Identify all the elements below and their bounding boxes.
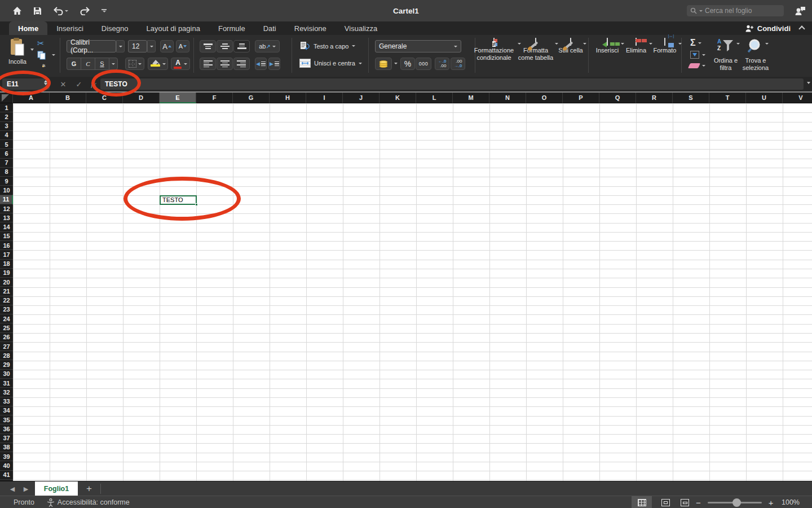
delete-cells-button[interactable]: ✕ Elimina <box>623 38 649 54</box>
formula-input[interactable]: TESTO <box>100 78 804 90</box>
row-header-2[interactable]: 2 <box>0 112 13 121</box>
row-header-21[interactable]: 21 <box>0 287 13 296</box>
accessibility-status[interactable]: Accessibilità: conforme <box>47 498 130 507</box>
align-top-icon[interactable] <box>200 40 216 52</box>
fill-color-caret-icon[interactable] <box>162 63 166 65</box>
people-icon[interactable] <box>793 5 807 17</box>
row-header-1[interactable]: 1 <box>0 103 13 112</box>
row-header-27[interactable]: 27 <box>0 342 13 351</box>
tab-visualizza[interactable]: Visualizza <box>336 21 386 35</box>
column-header-P[interactable]: P <box>563 93 599 103</box>
thousands-separator-button[interactable]: 000 <box>416 58 431 70</box>
format-as-table-button[interactable]: Formatta come tabella <box>515 38 556 61</box>
fill-handle[interactable] <box>195 203 198 206</box>
row-header-9[interactable]: 9 <box>0 177 13 186</box>
insert-cells-button[interactable]: Inserisci <box>594 38 621 54</box>
column-header-F[interactable]: F <box>196 93 233 103</box>
column-header-Q[interactable]: Q <box>599 93 636 103</box>
autosum-button[interactable]: Σ <box>690 38 701 48</box>
row-header-13[interactable]: 13 <box>0 213 13 222</box>
collapse-ribbon-icon[interactable] <box>798 25 805 31</box>
row-header-15[interactable]: 15 <box>0 232 13 241</box>
cut-icon[interactable]: ✂ <box>37 38 45 49</box>
zoom-out-button[interactable]: − <box>696 498 701 507</box>
increase-decimal-button[interactable]: ←.0.00 <box>435 58 449 70</box>
increase-font-icon[interactable]: A <box>160 40 174 52</box>
sort-filter-button[interactable]: A Z Ordina e filtra <box>712 38 740 71</box>
column-header-O[interactable]: O <box>526 93 563 103</box>
row-header-3[interactable]: 3 <box>0 122 13 131</box>
row-header-35[interactable]: 35 <box>0 415 13 424</box>
font-size-caret-icon[interactable] <box>147 40 156 52</box>
row-header-7[interactable]: 7 <box>0 159 13 168</box>
format-cells-button[interactable]: |↔| Formato <box>651 38 678 54</box>
column-header-N[interactable]: N <box>489 93 526 103</box>
column-header-L[interactable]: L <box>416 93 453 103</box>
format-painter-icon[interactable] <box>37 63 46 73</box>
clear-button[interactable] <box>689 63 705 68</box>
orientation-caret-icon[interactable] <box>272 46 276 47</box>
fill-caret-icon[interactable] <box>702 54 705 56</box>
copy-icon[interactable] <box>37 51 46 61</box>
column-header-J[interactable]: J <box>343 93 379 103</box>
tab-inserisci[interactable]: Inserisci <box>47 21 92 35</box>
fill-button[interactable] <box>690 51 705 59</box>
zoom-level[interactable]: 100% <box>782 496 800 508</box>
column-header-R[interactable]: R <box>636 93 673 103</box>
cell-styles-button[interactable]: Stili cella <box>558 38 583 54</box>
italic-button[interactable]: C <box>81 58 95 70</box>
row-header-5[interactable]: 5 <box>0 140 13 149</box>
row-header-12[interactable]: 12 <box>0 204 13 213</box>
align-left-icon[interactable] <box>200 58 216 70</box>
align-middle-icon[interactable] <box>217 40 233 52</box>
tab-formule[interactable]: Formule <box>209 21 254 35</box>
row-header-6[interactable]: 6 <box>0 149 13 158</box>
paste-button[interactable]: Incolla <box>5 37 30 65</box>
formula-bar-expand-icon[interactable] <box>807 82 810 84</box>
row-header-34[interactable]: 34 <box>0 406 13 415</box>
row-header-18[interactable]: 18 <box>0 260 13 269</box>
tab-layout-di-pagina[interactable]: Layout di pagina <box>138 21 209 35</box>
font-color-button[interactable]: A <box>171 58 190 70</box>
merge-center-button[interactable]: Unisci e centra <box>299 59 362 68</box>
font-color-caret-icon[interactable] <box>184 63 187 65</box>
fill-color-button[interactable] <box>148 58 168 70</box>
row-header-40[interactable]: 40 <box>0 461 13 470</box>
column-header-E[interactable]: E <box>160 93 196 103</box>
row-header-17[interactable]: 17 <box>0 250 13 259</box>
column-header-A[interactable]: A <box>13 93 50 103</box>
bold-button[interactable]: G <box>67 58 81 70</box>
zoom-in-button[interactable]: + <box>769 498 774 507</box>
autosum-caret-icon[interactable] <box>698 42 701 44</box>
cell-styles-caret-icon[interactable] <box>583 43 586 45</box>
row-header-11[interactable]: 11 <box>0 195 13 204</box>
cells-area[interactable] <box>13 103 812 481</box>
row-header-22[interactable]: 22 <box>0 296 13 305</box>
tab-disegno[interactable]: Disegno <box>92 21 138 35</box>
borders-button[interactable] <box>125 58 144 70</box>
wrap-text-button[interactable]: Testo a capo <box>301 42 355 50</box>
column-header-V[interactable]: V <box>783 93 812 103</box>
selected-cell[interactable]: TESTO <box>160 195 197 205</box>
row-header-36[interactable]: 36 <box>0 424 13 433</box>
column-header-I[interactable]: I <box>306 93 343 103</box>
decrease-font-icon[interactable]: A <box>176 40 189 52</box>
cancel-icon[interactable]: ✕ <box>55 77 71 91</box>
row-header-19[interactable]: 19 <box>0 269 13 278</box>
row-header-4[interactable]: 4 <box>0 131 13 140</box>
find-select-button[interactable]: Trova e seleziona <box>740 38 771 71</box>
tab-dati[interactable]: Dati <box>254 21 285 35</box>
underline-caret-icon[interactable] <box>109 58 118 70</box>
row-header-14[interactable]: 14 <box>0 222 13 231</box>
page-break-view-button[interactable] <box>674 496 695 508</box>
percent-button[interactable]: % <box>400 58 415 70</box>
search-scope-caret-icon[interactable] <box>699 10 703 12</box>
row-header-37[interactable]: 37 <box>0 434 13 443</box>
select-all-button[interactable] <box>0 93 13 103</box>
normal-view-button[interactable] <box>632 496 652 508</box>
wrap-text-caret-icon[interactable] <box>352 45 355 47</box>
add-sheet-button[interactable]: + <box>82 483 96 495</box>
row-header-16[interactable]: 16 <box>0 241 13 250</box>
row-header-23[interactable]: 23 <box>0 305 13 314</box>
row-header-28[interactable]: 28 <box>0 351 13 360</box>
